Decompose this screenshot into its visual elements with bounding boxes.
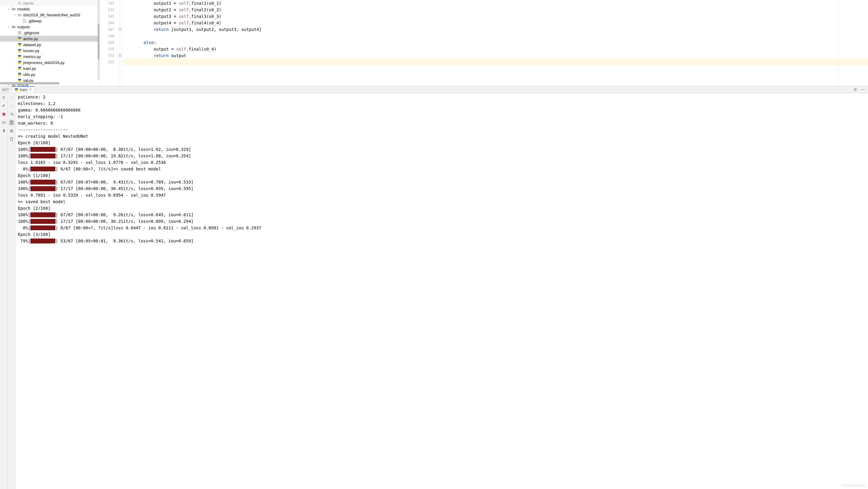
code-line[interactable]: return output (124, 52, 868, 59)
svg-rect-27 (11, 130, 12, 131)
fold-handle-icon[interactable]: - (119, 54, 121, 57)
svg-rect-5 (18, 49, 22, 51)
svg-rect-8 (18, 57, 22, 58)
wrench-icon[interactable] (1, 103, 6, 108)
chevron-icon[interactable]: › (6, 6, 11, 11)
chevron-icon[interactable]: › (6, 24, 11, 29)
svg-rect-2 (18, 39, 22, 40)
scroll-to-end-icon[interactable] (9, 120, 14, 125)
svg-rect-3 (18, 43, 22, 44)
fold-handle-icon[interactable]: - (119, 28, 121, 30)
console-line: num_workers: 0 (18, 120, 866, 126)
chevron-icon (17, 19, 22, 23)
tree-scrollbar-horizontal[interactable] (0, 82, 60, 85)
down-arrow-icon[interactable]: ↓ (9, 103, 14, 108)
tree-item-label: dataset.py (23, 42, 41, 47)
line-number: 148 (100, 33, 114, 39)
svg-rect-13 (18, 73, 22, 74)
minimize-icon[interactable]: — (860, 87, 866, 92)
code-area[interactable]: output1 = self.final1(x0_1) output2 = se… (122, 0, 868, 86)
python-file-icon (17, 42, 22, 47)
svg-rect-23 (2, 113, 5, 116)
chevron-icon (12, 36, 17, 41)
console-output[interactable]: patience: 2milestones: 1,2gamma: 0.66666… (16, 93, 868, 489)
svg-rect-9 (18, 61, 22, 62)
gear-icon[interactable] (852, 87, 858, 92)
python-file-icon (17, 48, 22, 53)
svg-rect-4 (18, 44, 22, 46)
run-tab-train[interactable]: train ✕ (11, 86, 34, 93)
code-line[interactable] (124, 33, 868, 39)
tree-item-train-py[interactable]: train.py (0, 65, 99, 71)
fold-gutter[interactable]: - - (120, 0, 122, 86)
code-line[interactable]: output4 = self.final4(x0_4) (124, 20, 868, 26)
stop-icon[interactable] (1, 111, 6, 117)
tree-item--gitignore[interactable]: .gitignore (0, 30, 99, 36)
folder-icon (17, 1, 22, 5)
chevron-icon (12, 72, 17, 77)
code-line[interactable]: else: (124, 39, 868, 46)
code-line[interactable]: output3 = self.final3(x0_3) (124, 13, 868, 20)
chevron-icon (12, 66, 17, 71)
project-file-tree[interactable]: inputs›models›dsb2018_96_NestedUNet_woDS… (0, 0, 100, 86)
chevron-icon (12, 48, 17, 53)
gitignore-icon (17, 30, 22, 35)
svg-rect-24 (2, 122, 3, 123)
svg-rect-1 (18, 37, 22, 39)
code-line[interactable]: output1 = self.final1(x0_1) (124, 0, 868, 6)
console-line: milestones: 1,2 (18, 100, 866, 107)
code-line[interactable]: return [output1, output2, output3, outpu… (124, 26, 868, 33)
up-arrow-icon[interactable]: ↑ (9, 95, 14, 100)
run-actions-toolbar (0, 93, 8, 489)
print-icon[interactable] (9, 128, 14, 134)
close-icon[interactable]: ✕ (29, 88, 32, 92)
chevron-icon[interactable]: › (12, 12, 17, 17)
console-line: Epoch [3/100] (18, 231, 866, 238)
console-line: loss 1.0185 - iou 0.3291 - val_loss 1.07… (18, 159, 866, 166)
console-line: Epoch [0/100] (18, 139, 866, 146)
line-number: 150 (100, 46, 114, 52)
layout-icon[interactable] (1, 120, 6, 125)
rerun-icon[interactable] (1, 95, 6, 100)
tree-item-utils-py[interactable]: utils.py (0, 71, 99, 77)
tree-item--gitkeep[interactable]: .gitkeep (0, 18, 99, 24)
watermark-text: CSDN @v1642ha (841, 484, 865, 487)
svg-rect-11 (18, 67, 22, 68)
code-editor[interactable]: 143144145146147148149150151152 - - outpu… (100, 0, 868, 86)
tree-item-label: preprocess_dsb2018.py (23, 60, 65, 65)
console-line: => saved best model (18, 198, 866, 205)
code-line[interactable]: output = self.final(x0_4) (124, 46, 868, 52)
svg-rect-25 (4, 122, 5, 123)
console-line: 0%| | 0/67 [00:00<?, ?it/s]=> saved best… (18, 166, 866, 172)
line-number: 149 (100, 39, 114, 46)
line-number: 152 (100, 59, 114, 65)
tree-item-losses-py[interactable]: losses.py (0, 47, 99, 54)
soft-wrap-icon[interactable] (9, 111, 14, 117)
run-toolbar: 运行: train ✕ — (0, 86, 868, 93)
tree-item-inputs[interactable]: inputs (0, 0, 99, 6)
code-line[interactable] (124, 59, 868, 65)
tree-item-preprocess_dsb2018-py[interactable]: preprocess_dsb2018.py (0, 60, 99, 65)
chevron-icon (12, 42, 17, 47)
tree-item-label: archs.py (23, 37, 38, 41)
console-line: Epoch [2/100] (18, 205, 866, 211)
scrollbar-thumb[interactable] (98, 24, 99, 60)
tree-item-metrics-py[interactable]: metrics.py (0, 54, 99, 60)
console-line: 100%|██████████| 67/67 [00:07<00:00, 9.2… (18, 211, 866, 218)
tree-item-dsb2018_96_nestedunet_wods[interactable]: ›dsb2018_96_NestedUNet_woDS (0, 12, 99, 18)
console-line: 100%|██████████| 17/17 [00:00<00:00, 30.… (18, 185, 866, 192)
tree-item-archs-py[interactable]: archs.py (0, 36, 99, 42)
trash-icon[interactable] (9, 136, 14, 142)
folder-icon (11, 24, 16, 29)
python-icon (14, 88, 19, 92)
pin-icon[interactable] (1, 128, 6, 134)
svg-rect-6 (18, 51, 22, 52)
tree-item-models[interactable]: ›models (0, 6, 99, 12)
svg-rect-7 (18, 55, 22, 57)
code-line[interactable]: output2 = self.final2(x0_2) (124, 6, 868, 13)
tree-item-outputs[interactable]: ›outputs (0, 24, 99, 30)
tree-scrollbar-vertical[interactable] (98, 0, 99, 80)
tree-item-dataset-py[interactable]: dataset.py (0, 42, 99, 47)
line-number: 147 (100, 26, 114, 33)
svg-rect-15 (18, 79, 22, 80)
